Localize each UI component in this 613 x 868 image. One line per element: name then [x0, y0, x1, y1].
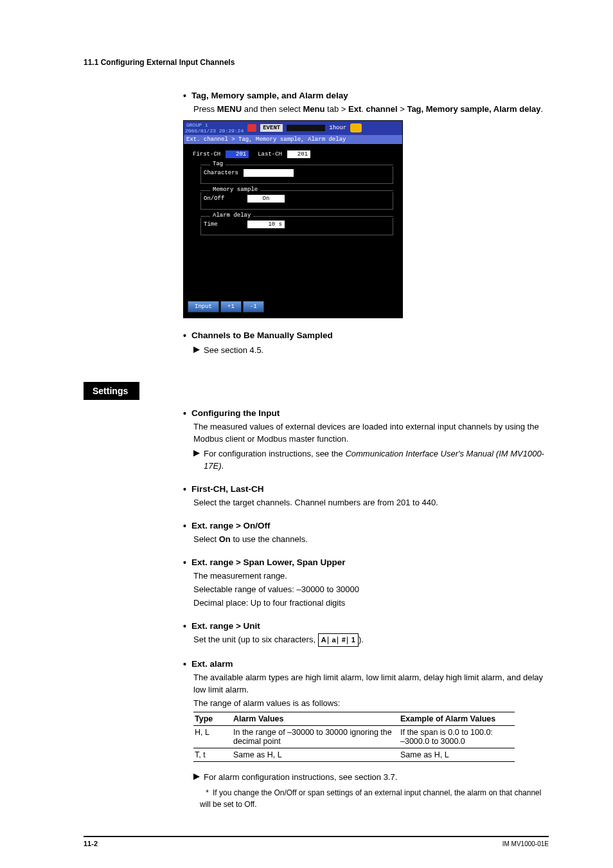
bullet: •	[183, 520, 186, 532]
time-value[interactable]: 10 s	[247, 221, 285, 228]
shot-datetime: 2008/01/23 20:29:24	[185, 128, 244, 134]
cell: Same as H, L	[232, 748, 399, 762]
para: Selectable range of values: –30000 to 30…	[193, 583, 549, 595]
cell: T, t	[193, 748, 232, 762]
record-icon	[247, 124, 256, 132]
event-badge: EVENT	[260, 124, 283, 132]
camera-icon	[350, 123, 362, 132]
th-type: Type	[193, 712, 232, 726]
menu-kw: Ext	[348, 104, 361, 114]
shot-breadcrumb: Ext. channel > Tag, Memory sample, Alarm…	[184, 135, 402, 144]
firstch-label: First-CH	[193, 151, 220, 158]
group-alarm-delay: Alarm delay	[210, 212, 253, 219]
lastch-value[interactable]: 201	[287, 150, 310, 158]
settings-heading: Settings	[84, 382, 139, 400]
plus-one-button[interactable]: +1	[220, 301, 242, 312]
menu-kw: Tag, Memory sample, Alarm delay	[407, 104, 540, 114]
onoff-value[interactable]: On	[247, 195, 285, 203]
page-section-title: 11.1 Configuring External Input Channels	[84, 58, 549, 67]
text: Press	[193, 104, 217, 114]
characters-label: Characters	[204, 170, 238, 176]
page-number: 11-2	[84, 840, 98, 847]
topic-ext-range-onoff: Ext. range > On/Off	[191, 520, 271, 532]
para: The measurement range.	[193, 570, 549, 582]
svg-marker-2	[193, 773, 200, 780]
alarm-values-table: Type Alarm Values Example of Alarm Value…	[193, 712, 515, 762]
para: The available alarm types are high limit…	[193, 671, 549, 696]
bullet: •	[183, 330, 186, 341]
characters-value[interactable]	[244, 169, 294, 177]
bullet: •	[183, 557, 186, 568]
topic-tag-mem-alarm: Tag, Memory sample, and Alarm delay	[191, 90, 348, 102]
shot-hour: 1hour	[329, 125, 346, 131]
topic-span: Ext. range > Span Lower, Span Upper	[191, 557, 346, 568]
text: and then select	[242, 104, 303, 114]
reference-text: See section 4.5.	[204, 344, 263, 356]
device-screenshot: GROUP 1 2008/01/23 20:29:24 EVENT 1hour …	[183, 120, 403, 318]
bullet: •	[183, 658, 186, 670]
progress-bar	[287, 125, 325, 131]
svg-marker-1	[193, 450, 200, 457]
topic-configuring-input: Configuring the Input	[191, 408, 280, 419]
para: Decimal place: Up to four fractional dig…	[193, 597, 549, 609]
topic-first-last-ch: First-CH, Last-CH	[191, 484, 264, 495]
char-type-icon: Aa#1	[318, 633, 359, 647]
th-example: Example of Alarm Values	[399, 712, 515, 726]
time-label: Time	[204, 221, 242, 228]
topic-ext-alarm: Ext. alarm	[191, 658, 233, 670]
th-values: Alarm Values	[232, 712, 399, 726]
group-memory-sample: Memory sample	[210, 186, 260, 193]
reference-text: For alarm configuration instructions, se…	[204, 771, 397, 783]
para: Select On to use the channels.	[193, 533, 549, 545]
reference-arrow-icon	[193, 450, 200, 457]
cell: If the span is 0.0 to 100.0: –3000.0 to …	[399, 726, 515, 748]
reference-arrow-icon	[193, 773, 200, 780]
text: tab >	[324, 104, 348, 114]
onoff-label: On/Off	[204, 195, 242, 202]
input-button[interactable]: Input	[188, 301, 219, 312]
cell: In the range of –30000 to 30000 ignoring…	[232, 726, 399, 748]
bullet: •	[183, 484, 186, 495]
doc-id: IM MV1000-01E	[502, 840, 549, 847]
topic-manual-sample: Channels to Be Manually Sampled	[191, 330, 333, 341]
reference-arrow-icon	[193, 347, 200, 353]
footnote-asterisk: *	[200, 787, 209, 799]
topic-unit: Ext. range > Unit	[191, 620, 260, 632]
para: Set the unit (up to six characters, Aa#1…	[193, 633, 549, 647]
cell: Same as H, L	[399, 748, 515, 762]
para: Select the target channels. Channel numb…	[193, 496, 549, 509]
firstch-value[interactable]: 201	[226, 150, 249, 158]
group-tag: Tag	[210, 161, 226, 167]
menu-kw: channel	[366, 104, 397, 114]
svg-marker-0	[193, 347, 200, 353]
reference-text: For configuration instructions, see the …	[204, 448, 549, 472]
para: The range of alarm values is as follows:	[193, 697, 549, 709]
menu-kw: Menu	[303, 104, 325, 114]
footnote-text: If you change the On/Off or span setting…	[200, 788, 541, 809]
text: >	[398, 104, 407, 114]
menu-kw: MENU	[217, 104, 242, 114]
cell: H, L	[193, 726, 232, 748]
bullet: •	[183, 620, 186, 632]
lastch-label: Last-CH	[258, 151, 282, 158]
minus-one-button[interactable]: -1	[243, 301, 264, 312]
shot-group: GROUP 1	[186, 122, 244, 128]
text: .	[540, 104, 543, 114]
bullet: •	[183, 90, 186, 102]
para: The measured values of external devices …	[193, 420, 549, 445]
bullet: •	[183, 408, 186, 419]
